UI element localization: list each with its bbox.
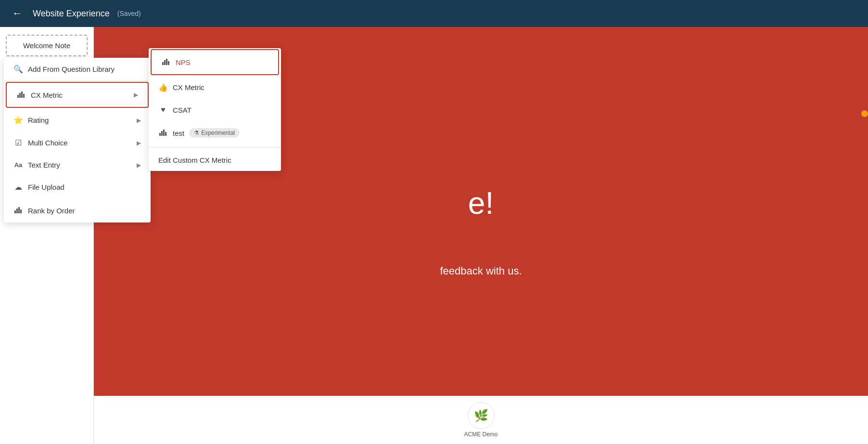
file-upload-icon: ☁ — [13, 183, 23, 192]
cx-metric-label: CX Metric — [31, 91, 129, 99]
test-label: test — [173, 129, 184, 137]
rating-label: Rating — [28, 116, 132, 124]
dropdown-item-rank-by-order[interactable]: Rank by Order — [4, 198, 151, 222]
multi-choice-label: Multi Choice — [28, 139, 132, 147]
experimental-label: Experimental — [201, 130, 235, 136]
svg-rect-15 — [165, 132, 166, 136]
right-indicator — [861, 110, 868, 117]
submenu-item-csat[interactable]: ♥ CSAT — [149, 99, 281, 121]
rating-icon: ⭐ — [13, 116, 23, 125]
csat-label: CSAT — [173, 106, 191, 114]
multi-choice-icon: ☑ — [13, 138, 23, 147]
submenu-item-nps[interactable]: NPS — [151, 49, 279, 75]
add-from-library-label: Add From Question Library — [28, 65, 115, 73]
svg-rect-2 — [21, 91, 23, 98]
back-button[interactable]: ← — [10, 6, 25, 21]
cx-metric-icon — [16, 90, 26, 100]
ces-icon: 👍 — [158, 83, 168, 92]
cx-metric-arrow: ▶ — [134, 91, 138, 98]
svg-rect-0 — [17, 95, 19, 98]
saved-label: (Saved) — [117, 10, 141, 17]
svg-rect-9 — [164, 60, 166, 65]
submenu-item-ces[interactable]: 👍 CX Metric — [149, 76, 281, 99]
dropdown-item-multi-choice[interactable]: ☑ Multi Choice ▶ — [4, 131, 151, 154]
dropdown-menu: 🔍 Add From Question Library CX Metric ▶ … — [4, 58, 151, 222]
submenu-item-edit-custom[interactable]: Edit Custom CX Metric — [149, 149, 281, 171]
svg-rect-5 — [16, 209, 18, 213]
topbar: ← Website Experience (Saved) — [0, 0, 868, 27]
welcome-note-button[interactable]: Welcome Note — [6, 35, 88, 56]
svg-rect-4 — [14, 210, 16, 213]
rank-by-order-label: Rank by Order — [28, 207, 141, 215]
page-title: Website Experience — [33, 9, 110, 19]
svg-rect-8 — [162, 62, 164, 65]
preview-text-big: e! — [468, 185, 494, 221]
multi-choice-arrow: ▶ — [137, 140, 141, 146]
logo-label: ACME Demo — [464, 431, 498, 438]
preview-text-small: feedback with us. — [440, 265, 522, 277]
cx-metric-submenu: NPS 👍 CX Metric ♥ CSAT test ⚗ Experiment… — [149, 48, 281, 171]
svg-rect-1 — [19, 93, 21, 98]
svg-rect-12 — [159, 133, 161, 136]
test-icon — [158, 128, 168, 138]
logo-area: 🌿 ACME Demo — [94, 396, 868, 444]
rating-arrow: ▶ — [137, 117, 141, 124]
edit-custom-label: Edit Custom CX Metric — [158, 156, 231, 164]
dropdown-item-rating[interactable]: ⭐ Rating ▶ — [4, 109, 151, 131]
experimental-badge: ⚗ Experimental — [189, 128, 240, 138]
search-icon: 🔍 — [13, 65, 23, 74]
logo-circle: 🌿 — [468, 402, 495, 429]
logo-icon: 🌿 — [474, 409, 488, 422]
csat-icon: ♥ — [158, 105, 168, 114]
flask-icon: ⚗ — [194, 130, 199, 136]
dropdown-item-cx-metric[interactable]: CX Metric ▶ — [6, 82, 149, 108]
file-upload-label: File Upload — [28, 183, 141, 191]
svg-rect-6 — [18, 207, 20, 213]
submenu-divider — [149, 147, 281, 147]
svg-rect-10 — [166, 59, 167, 65]
ces-label: CX Metric — [173, 83, 204, 91]
rank-icon — [13, 205, 23, 216]
svg-rect-14 — [163, 130, 165, 136]
text-entry-arrow: ▶ — [137, 162, 141, 169]
nps-label: NPS — [176, 58, 191, 66]
svg-rect-13 — [161, 131, 163, 136]
text-entry-label: Text Entry — [28, 161, 132, 169]
nps-icon — [161, 57, 171, 67]
svg-rect-3 — [23, 94, 25, 98]
text-entry-icon: Aa — [13, 161, 23, 169]
svg-rect-11 — [168, 61, 169, 65]
svg-rect-7 — [20, 209, 22, 213]
dropdown-item-file-upload[interactable]: ☁ File Upload — [4, 176, 151, 198]
dropdown-item-text-entry[interactable]: Aa Text Entry ▶ — [4, 154, 151, 176]
submenu-item-test[interactable]: test ⚗ Experimental — [149, 121, 281, 145]
add-from-library-item[interactable]: 🔍 Add From Question Library — [4, 58, 151, 81]
